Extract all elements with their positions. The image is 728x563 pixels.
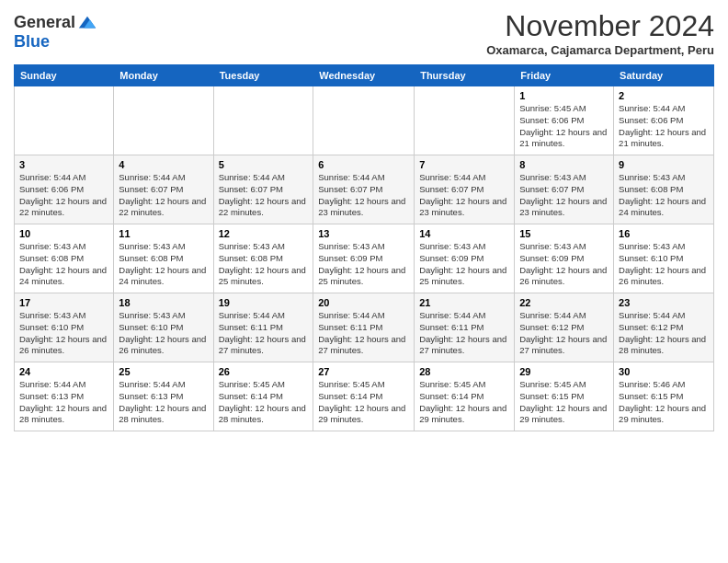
calendar-cell: 22Sunrise: 5:44 AM Sunset: 6:12 PM Dayli… — [515, 293, 614, 362]
calendar-cell — [15, 86, 114, 155]
day-info: Sunrise: 5:44 AM Sunset: 6:07 PM Dayligh… — [318, 172, 409, 219]
day-info: Sunrise: 5:43 AM Sunset: 6:08 PM Dayligh… — [119, 241, 208, 288]
calendar-cell — [114, 86, 213, 155]
day-number: 12 — [219, 228, 309, 239]
day-info: Sunrise: 5:46 AM Sunset: 6:15 PM Dayligh… — [619, 379, 709, 426]
day-info: Sunrise: 5:44 AM Sunset: 6:06 PM Dayligh… — [619, 103, 709, 150]
day-number: 24 — [19, 366, 108, 377]
day-number: 8 — [519, 159, 609, 170]
day-info: Sunrise: 5:44 AM Sunset: 6:11 PM Dayligh… — [318, 310, 409, 357]
location-subtitle: Oxamarca, Cajamarca Department, Peru — [486, 43, 714, 57]
day-info: Sunrise: 5:44 AM Sunset: 6:07 PM Dayligh… — [119, 172, 208, 219]
day-info: Sunrise: 5:45 AM Sunset: 6:15 PM Dayligh… — [519, 379, 609, 426]
day-info: Sunrise: 5:43 AM Sunset: 6:08 PM Dayligh… — [619, 172, 709, 219]
day-number: 25 — [119, 366, 208, 377]
day-info: Sunrise: 5:44 AM Sunset: 6:13 PM Dayligh… — [19, 379, 108, 426]
calendar-cell: 26Sunrise: 5:45 AM Sunset: 6:14 PM Dayli… — [213, 362, 313, 431]
day-info: Sunrise: 5:43 AM Sunset: 6:08 PM Dayligh… — [19, 241, 108, 288]
day-info: Sunrise: 5:45 AM Sunset: 6:14 PM Dayligh… — [219, 379, 309, 426]
day-number: 6 — [318, 159, 409, 170]
day-info: Sunrise: 5:45 AM Sunset: 6:14 PM Dayligh… — [318, 379, 409, 426]
calendar-cell: 24Sunrise: 5:44 AM Sunset: 6:13 PM Dayli… — [15, 362, 114, 431]
day-number: 10 — [19, 228, 108, 239]
calendar-cell — [213, 86, 313, 155]
day-number: 13 — [318, 228, 409, 239]
day-number: 22 — [519, 297, 609, 308]
calendar-cell: 10Sunrise: 5:43 AM Sunset: 6:08 PM Dayli… — [15, 224, 114, 293]
day-number: 7 — [419, 159, 509, 170]
calendar-table: SundayMondayTuesdayWednesdayThursdayFrid… — [14, 64, 714, 431]
day-info: Sunrise: 5:44 AM Sunset: 6:07 PM Dayligh… — [419, 172, 509, 219]
calendar-cell: 3Sunrise: 5:44 AM Sunset: 6:06 PM Daylig… — [15, 155, 114, 224]
calendar-cell: 28Sunrise: 5:45 AM Sunset: 6:14 PM Dayli… — [415, 362, 515, 431]
day-number: 19 — [219, 297, 309, 308]
calendar-cell: 15Sunrise: 5:43 AM Sunset: 6:09 PM Dayli… — [515, 224, 614, 293]
day-number: 30 — [619, 366, 709, 377]
day-info: Sunrise: 5:44 AM Sunset: 6:12 PM Dayligh… — [619, 310, 709, 357]
day-number: 11 — [119, 228, 208, 239]
day-number: 20 — [318, 297, 409, 308]
day-info: Sunrise: 5:44 AM Sunset: 6:13 PM Dayligh… — [119, 379, 208, 426]
calendar-cell: 20Sunrise: 5:44 AM Sunset: 6:11 PM Dayli… — [313, 293, 415, 362]
day-number: 15 — [519, 228, 609, 239]
month-title: November 2024 — [486, 9, 714, 43]
calendar-cell: 27Sunrise: 5:45 AM Sunset: 6:14 PM Dayli… — [313, 362, 415, 431]
day-number: 4 — [119, 159, 208, 170]
day-info: Sunrise: 5:43 AM Sunset: 6:10 PM Dayligh… — [619, 241, 709, 288]
calendar-cell: 17Sunrise: 5:43 AM Sunset: 6:10 PM Dayli… — [15, 293, 114, 362]
weekday-header-tuesday: Tuesday — [213, 65, 313, 86]
weekday-header-sunday: Sunday — [15, 65, 114, 86]
day-number: 5 — [219, 159, 309, 170]
day-number: 21 — [419, 297, 509, 308]
calendar-cell: 13Sunrise: 5:43 AM Sunset: 6:09 PM Dayli… — [313, 224, 415, 293]
calendar-cell: 7Sunrise: 5:44 AM Sunset: 6:07 PM Daylig… — [415, 155, 515, 224]
title-block: November 2024 Oxamarca, Cajamarca Depart… — [486, 9, 714, 57]
calendar-cell: 2Sunrise: 5:44 AM Sunset: 6:06 PM Daylig… — [614, 86, 714, 155]
day-info: Sunrise: 5:45 AM Sunset: 6:14 PM Dayligh… — [419, 379, 509, 426]
weekday-header-wednesday: Wednesday — [313, 65, 415, 86]
calendar-cell: 23Sunrise: 5:44 AM Sunset: 6:12 PM Dayli… — [614, 293, 714, 362]
day-info: Sunrise: 5:43 AM Sunset: 6:08 PM Dayligh… — [219, 241, 309, 288]
weekday-header-friday: Friday — [515, 65, 614, 86]
calendar-cell: 1Sunrise: 5:45 AM Sunset: 6:06 PM Daylig… — [515, 86, 614, 155]
day-number: 1 — [519, 90, 609, 101]
calendar-cell — [415, 86, 515, 155]
day-info: Sunrise: 5:43 AM Sunset: 6:10 PM Dayligh… — [119, 310, 208, 357]
day-number: 18 — [119, 297, 208, 308]
calendar-cell: 9Sunrise: 5:43 AM Sunset: 6:08 PM Daylig… — [614, 155, 714, 224]
weekday-header-thursday: Thursday — [415, 65, 515, 86]
day-number: 29 — [519, 366, 609, 377]
day-number: 27 — [318, 366, 409, 377]
day-number: 16 — [619, 228, 709, 239]
day-number: 3 — [19, 159, 108, 170]
calendar-cell: 6Sunrise: 5:44 AM Sunset: 6:07 PM Daylig… — [313, 155, 415, 224]
day-info: Sunrise: 5:44 AM Sunset: 6:07 PM Dayligh… — [219, 172, 309, 219]
day-info: Sunrise: 5:44 AM Sunset: 6:11 PM Dayligh… — [419, 310, 509, 357]
day-number: 26 — [219, 366, 309, 377]
weekday-header-monday: Monday — [114, 65, 213, 86]
day-number: 14 — [419, 228, 509, 239]
calendar-cell: 16Sunrise: 5:43 AM Sunset: 6:10 PM Dayli… — [614, 224, 714, 293]
day-number: 28 — [419, 366, 509, 377]
calendar-cell: 5Sunrise: 5:44 AM Sunset: 6:07 PM Daylig… — [213, 155, 313, 224]
calendar-cell: 8Sunrise: 5:43 AM Sunset: 6:07 PM Daylig… — [515, 155, 614, 224]
day-info: Sunrise: 5:43 AM Sunset: 6:09 PM Dayligh… — [318, 241, 409, 288]
weekday-header-saturday: Saturday — [614, 65, 714, 86]
day-info: Sunrise: 5:45 AM Sunset: 6:06 PM Dayligh… — [519, 103, 609, 150]
calendar-cell: 21Sunrise: 5:44 AM Sunset: 6:11 PM Dayli… — [415, 293, 515, 362]
day-number: 9 — [619, 159, 709, 170]
logo-general: General — [14, 14, 75, 32]
calendar-cell: 11Sunrise: 5:43 AM Sunset: 6:08 PM Dayli… — [114, 224, 213, 293]
day-number: 23 — [619, 297, 709, 308]
day-info: Sunrise: 5:43 AM Sunset: 6:07 PM Dayligh… — [519, 172, 609, 219]
calendar-cell: 4Sunrise: 5:44 AM Sunset: 6:07 PM Daylig… — [114, 155, 213, 224]
calendar-cell: 14Sunrise: 5:43 AM Sunset: 6:09 PM Dayli… — [415, 224, 515, 293]
calendar-cell: 19Sunrise: 5:44 AM Sunset: 6:11 PM Dayli… — [213, 293, 313, 362]
logo-blue: Blue — [14, 33, 97, 52]
calendar-cell — [313, 86, 415, 155]
day-info: Sunrise: 5:43 AM Sunset: 6:09 PM Dayligh… — [519, 241, 609, 288]
day-number: 17 — [19, 297, 108, 308]
logo: General Blue — [14, 13, 97, 52]
calendar-cell: 29Sunrise: 5:45 AM Sunset: 6:15 PM Dayli… — [515, 362, 614, 431]
day-info: Sunrise: 5:43 AM Sunset: 6:09 PM Dayligh… — [419, 241, 509, 288]
